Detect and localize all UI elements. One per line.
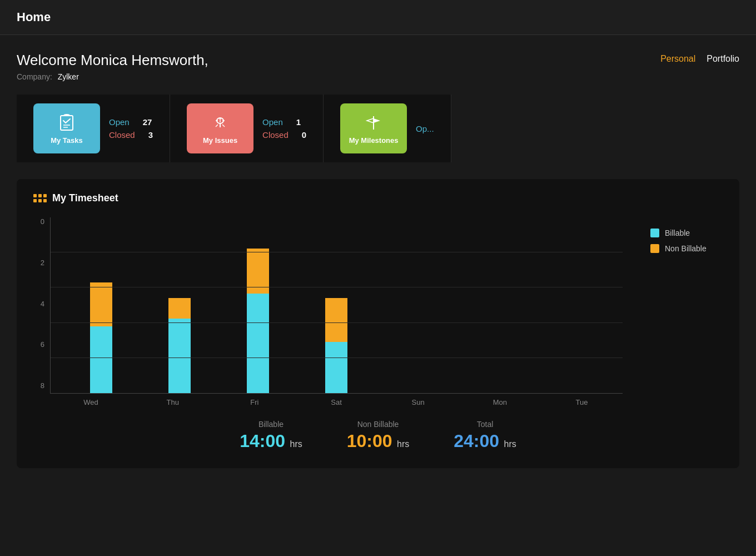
bar-stack-fri — [247, 249, 269, 393]
x-label-thu: Thu — [132, 394, 213, 406]
card-milestones[interactable]: My Milestones Op... — [324, 95, 451, 162]
stat-billable-unit: hrs — [290, 439, 302, 449]
bar-nonbillable-thu — [168, 298, 191, 318]
stat-nonbillable-value: 10:00 — [347, 431, 392, 451]
grid-line-8 — [51, 252, 623, 252]
y-label-8: 8 — [33, 381, 44, 390]
chart-legend: Billable Non Billable — [634, 217, 723, 406]
milestones-open-label: Op... — [416, 124, 434, 133]
page-title: Home — [17, 10, 51, 24]
x-label-sun: Sun — [377, 394, 459, 406]
timesheet-header: My Timesheet — [33, 192, 723, 204]
chart-container: 8 6 4 2 0 WedThuF — [33, 217, 623, 406]
bar-stack-wed — [90, 282, 112, 393]
tasks-open-value: 27 — [143, 117, 152, 127]
grid-line-4 — [51, 322, 623, 323]
stat-billable-value: 14:00 — [240, 431, 285, 451]
milestones-icon — [364, 113, 384, 133]
x-labels: WedThuFriSatSunMonTue — [50, 394, 623, 406]
issues-open-label: Open — [262, 117, 283, 127]
bar-group-wed — [62, 282, 140, 393]
x-label-wed: Wed — [50, 394, 132, 406]
company-name: Zylker — [58, 72, 79, 81]
milestones-stats: Op... — [416, 124, 434, 133]
tasks-open-label: Open — [109, 117, 130, 127]
issues-stats: Open 1 Closed 0 — [262, 117, 306, 140]
stat-billable: Billable 14:00 hrs — [240, 420, 302, 451]
dots-icon — [33, 194, 47, 202]
tasks-closed-label: Closed — [109, 130, 135, 140]
timesheet-title: My Timesheet — [52, 192, 118, 204]
bar-group-fri — [219, 249, 297, 393]
x-label-fri: Fri — [213, 394, 295, 406]
issues-closed-value: 0 — [302, 130, 306, 140]
card-tasks[interactable]: My Tasks Open 27 Closed 3 — [17, 95, 170, 162]
legend-billable: Billable — [650, 229, 723, 237]
company-label: Company: — [17, 72, 52, 81]
grid-line-2 — [51, 358, 623, 358]
y-label-6: 6 — [33, 340, 44, 349]
card-issues[interactable]: My Issues Open 1 Closed 0 — [170, 95, 324, 162]
welcome-row: Welcome Monica Hemsworth, Company: Zylke… — [17, 52, 739, 81]
stat-nonbillable-label: Non Billable — [347, 420, 410, 429]
tasks-label: My Tasks — [51, 136, 83, 145]
stat-total: Total 24:00 hrs — [454, 420, 516, 451]
legend-color-nonbillable — [650, 244, 659, 253]
milestones-label: My Milestones — [349, 136, 399, 145]
bar-group-sat — [297, 298, 376, 393]
grid-line-6 — [51, 287, 623, 287]
bar-billable-wed — [90, 326, 112, 393]
bar-stack-sat — [325, 298, 347, 393]
chart-main: 8 6 4 2 0 WedThuF — [33, 217, 623, 406]
bar-billable-fri — [247, 294, 269, 393]
issues-label: My Issues — [203, 136, 237, 145]
x-label-mon: Mon — [459, 394, 541, 406]
stat-nonbillable: Non Billable 10:00 hrs — [347, 420, 410, 451]
stats-row: Billable 14:00 hrs Non Billable 10:00 hr… — [33, 420, 723, 451]
header: Home — [0, 0, 756, 35]
bar-billable-thu — [168, 319, 191, 393]
stat-billable-label: Billable — [240, 420, 302, 429]
legend-billable-label: Billable — [665, 229, 690, 237]
timesheet-section: My Timesheet 8 6 4 2 0 — [17, 179, 739, 468]
issues-icon-block: My Issues — [187, 103, 253, 153]
stat-total-label: Total — [454, 420, 516, 429]
svg-point-9 — [220, 118, 221, 120]
chart-area: 8 6 4 2 0 WedThuF — [33, 217, 723, 406]
legend-color-billable — [650, 229, 659, 237]
tasks-stats: Open 27 Closed 3 — [109, 117, 153, 140]
tasks-icon-block: My Tasks — [33, 103, 100, 153]
y-label-0: 0 — [33, 217, 44, 226]
nav-portfolio[interactable]: Portfolio — [707, 54, 739, 64]
y-label-2: 2 — [33, 259, 44, 267]
bar-group-thu — [140, 298, 218, 393]
cards-row: My Tasks Open 27 Closed 3 — [17, 95, 739, 162]
y-label-4: 4 — [33, 300, 44, 308]
chart-inner: WedThuFriSatSunMonTue — [50, 217, 623, 406]
tasks-closed-value: 3 — [148, 130, 153, 140]
bar-stack-thu — [168, 298, 191, 393]
nav-links: Personal Portfolio — [660, 54, 739, 64]
bar-nonbillable-wed — [90, 282, 112, 326]
x-label-sat: Sat — [295, 394, 377, 406]
bar-nonbillable-sat — [325, 298, 347, 341]
svg-line-6 — [222, 125, 225, 127]
bar-billable-sat — [325, 342, 347, 393]
nav-personal[interactable]: Personal — [660, 54, 695, 64]
welcome-greeting: Welcome Monica Hemsworth, — [17, 52, 208, 69]
legend-nonbillable-label: Non Billable — [665, 244, 707, 253]
stat-total-unit: hrs — [504, 439, 516, 449]
legend-nonbillable: Non Billable — [650, 244, 723, 253]
main-content: Welcome Monica Hemsworth, Company: Zylke… — [0, 35, 756, 485]
issues-open-value: 1 — [296, 117, 301, 127]
tasks-icon — [57, 113, 77, 133]
issues-icon — [210, 113, 230, 133]
y-axis: 8 6 4 2 0 — [33, 217, 50, 406]
issues-closed-label: Closed — [262, 130, 289, 140]
svg-rect-0 — [61, 116, 73, 130]
x-label-tue: Tue — [541, 394, 623, 406]
stat-nonbillable-unit: hrs — [397, 439, 409, 449]
milestones-icon-block: My Milestones — [340, 103, 407, 153]
svg-line-5 — [216, 125, 218, 127]
stat-total-value: 24:00 — [454, 431, 499, 451]
